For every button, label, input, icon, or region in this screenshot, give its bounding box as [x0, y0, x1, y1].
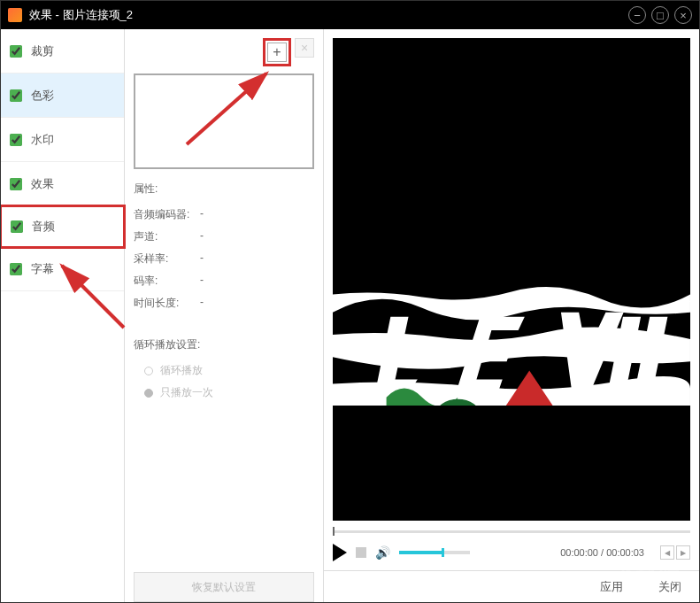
- prop-bitrate: 码率: -: [134, 270, 314, 292]
- sidebar-item-label: 裁剪: [31, 43, 54, 59]
- loop-label: 循环播放设置:: [134, 337, 314, 352]
- prop-encoder: 音频编码器: -: [134, 204, 314, 226]
- titlebar: 效果 - 图片连接项_2 − □ ×: [1, 1, 699, 29]
- sidebar-item-watermark[interactable]: 水印: [1, 118, 124, 162]
- radio-icon: [144, 367, 153, 375]
- delete-button[interactable]: ×: [295, 38, 314, 58]
- props-label: 属性:: [134, 182, 314, 197]
- prop-samplerate: 采样率: -: [134, 248, 314, 270]
- color-checkbox[interactable]: [10, 89, 22, 102]
- crop-checkbox[interactable]: [10, 45, 22, 58]
- video-panel: 🔊 00:00:00 / 00:00:03 ◀ ▶ 应用 关闭 下载吧: [324, 29, 699, 602]
- loop-option-once[interactable]: 只播放一次: [134, 382, 314, 404]
- sidebar-item-label: 音频: [32, 219, 55, 235]
- middle-panel: + × 属性: 音频编码器: - 声道: - 采样率: -: [125, 29, 324, 602]
- sidebar: 裁剪 色彩 水印 效果 音频 字幕: [1, 29, 125, 602]
- prop-channel: 声道: -: [134, 226, 314, 248]
- sidebar-item-label: 效果: [31, 176, 54, 192]
- loop-option-repeat[interactable]: 循环播放: [134, 359, 314, 382]
- audio-checkbox[interactable]: [11, 220, 23, 233]
- window-title: 效果 - 图片连接项_2: [29, 7, 628, 23]
- stop-button[interactable]: [356, 547, 366, 558]
- sidebar-item-label: 色彩: [31, 88, 54, 104]
- audio-preview-box[interactable]: [134, 73, 314, 169]
- video-frame-content: [333, 156, 690, 406]
- sidebar-item-effect[interactable]: 效果: [1, 162, 124, 206]
- sidebar-item-color[interactable]: 色彩: [1, 73, 124, 118]
- video-preview[interactable]: [333, 38, 690, 521]
- seek-bar[interactable]: [333, 528, 690, 535]
- minimize-button[interactable]: −: [628, 6, 646, 24]
- restore-defaults-button[interactable]: 恢复默认设置: [134, 572, 314, 602]
- volume-icon[interactable]: 🔊: [375, 545, 390, 560]
- volume-slider[interactable]: [399, 551, 470, 554]
- sidebar-item-label: 水印: [31, 132, 54, 148]
- sidebar-item-audio[interactable]: 音频: [1, 205, 126, 249]
- maximize-button[interactable]: □: [651, 6, 669, 24]
- sidebar-item-label: 字幕: [31, 261, 54, 277]
- subtitle-checkbox[interactable]: [10, 263, 22, 275]
- close-button[interactable]: ×: [674, 6, 692, 24]
- effect-checkbox[interactable]: [10, 178, 22, 190]
- watermark-checkbox[interactable]: [10, 134, 22, 146]
- sidebar-item-subtitle[interactable]: 字幕: [1, 247, 124, 291]
- play-button[interactable]: [333, 544, 347, 561]
- add-button[interactable]: +: [267, 43, 287, 62]
- app-icon: [8, 8, 22, 22]
- watermark-text: 下载吧: [613, 557, 682, 585]
- radio-icon: [144, 389, 153, 398]
- prop-duration: 时间长度: -: [134, 292, 314, 314]
- sidebar-item-crop[interactable]: 裁剪: [1, 29, 124, 73]
